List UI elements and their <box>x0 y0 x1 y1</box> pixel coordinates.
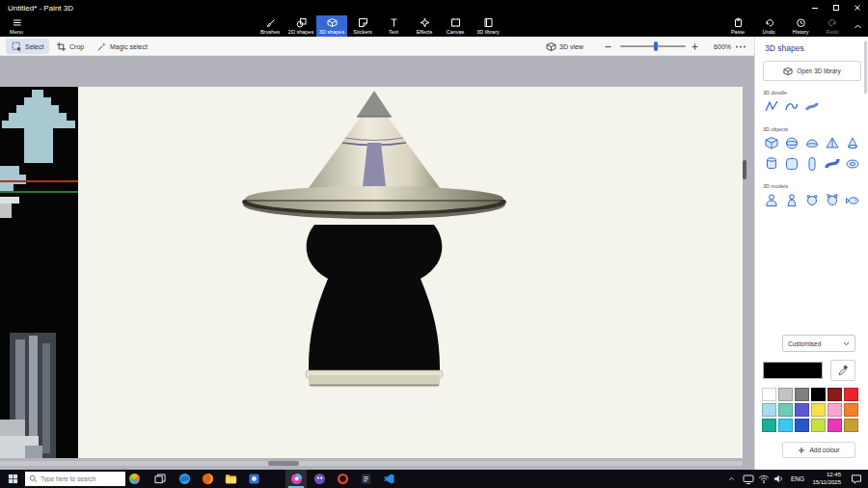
taskbar-app-notepad[interactable] <box>355 470 376 488</box>
search-highlights-icon[interactable] <box>129 474 140 484</box>
open-3d-library-button[interactable]: Open 3D library <box>763 61 861 81</box>
tray-icon-wifi[interactable] <box>756 470 772 488</box>
tool-stickers[interactable]: Stickers <box>347 15 378 37</box>
zoom-out-button[interactable] <box>604 37 612 56</box>
plus-icon <box>691 42 699 51</box>
tool-effects[interactable]: Effects <box>409 15 440 37</box>
tool-brushes[interactable]: Brushes <box>255 15 285 37</box>
tool-text[interactable]: Text <box>378 15 409 37</box>
3d-view-toggle[interactable]: 3D view <box>546 37 583 56</box>
woman-icon[interactable] <box>783 192 800 208</box>
tray-icon-volume[interactable] <box>772 470 787 488</box>
colour-swatch[interactable] <box>778 403 793 417</box>
customised-dropdown[interactable]: Customised <box>782 335 855 352</box>
hidden-icons-chevron[interactable] <box>723 470 739 488</box>
window-title: Untitled* - Paint 3D <box>0 4 73 13</box>
taskbar-app-file-explorer[interactable] <box>220 470 241 488</box>
drawing-canvas[interactable] <box>78 87 743 458</box>
language-indicator[interactable]: ENG <box>789 470 806 488</box>
colour-swatch[interactable] <box>844 403 858 417</box>
colour-swatch[interactable] <box>795 419 809 432</box>
taskbar-app-opera[interactable] <box>332 470 353 488</box>
rounded-cube-icon[interactable] <box>783 155 800 172</box>
colour-swatch[interactable] <box>827 388 842 401</box>
tool-3d-shapes[interactable]: 3D shapes <box>316 15 347 37</box>
zoom-slider-track[interactable] <box>620 45 686 47</box>
colour-swatch[interactable] <box>778 419 793 432</box>
tool-3d-library[interactable]: 3D library <box>471 15 505 37</box>
paint-3d-icon <box>290 473 303 485</box>
undo-button[interactable]: Undo <box>754 15 783 37</box>
maximize-button[interactable] <box>826 0 847 15</box>
horizontal-scrollbar[interactable] <box>0 461 743 466</box>
cat-icon[interactable] <box>824 192 840 208</box>
tube-brush-doodle-icon[interactable] <box>803 98 820 115</box>
magic-wand-icon <box>96 41 107 52</box>
select-button[interactable]: Select <box>6 39 49 54</box>
taskbar-app-paint-3d[interactable] <box>285 470 307 488</box>
crop-button[interactable]: Crop <box>56 37 84 56</box>
colour-swatch[interactable] <box>827 403 842 417</box>
cube-icon[interactable] <box>763 135 779 151</box>
cylinder-icon[interactable] <box>763 155 779 172</box>
capsule-icon[interactable] <box>803 155 820 172</box>
colour-swatch[interactable] <box>795 403 809 417</box>
colour-swatch[interactable] <box>827 419 842 432</box>
canvas-pixel-art-region[interactable] <box>0 87 78 458</box>
zoom-slider-thumb[interactable] <box>654 41 658 51</box>
taskbar-search-box[interactable] <box>25 472 125 486</box>
add-colour-button[interactable]: Add colour <box>782 442 855 458</box>
curved-tube-icon[interactable] <box>824 155 840 172</box>
menu-button[interactable]: Menu <box>0 15 33 37</box>
task-view-button[interactable] <box>150 470 170 488</box>
taskbar-app-gimp[interactable] <box>309 470 330 488</box>
colour-swatch[interactable] <box>811 403 826 417</box>
colour-swatch[interactable] <box>762 419 776 432</box>
search-input[interactable] <box>41 475 118 482</box>
sharp-edge-doodle-icon[interactable] <box>763 98 779 115</box>
eyedropper-button[interactable] <box>830 360 855 381</box>
horizontal-scrollbar-thumb[interactable] <box>268 461 299 466</box>
vertical-scrollbar-thumb[interactable] <box>743 160 746 179</box>
minimize-button[interactable] <box>804 0 826 15</box>
cone-icon[interactable] <box>844 135 860 151</box>
soft-edge-doodle-icon[interactable] <box>783 98 800 115</box>
window-controls <box>804 0 868 15</box>
redo-button[interactable]: Redo <box>818 15 847 37</box>
3d-model-object[interactable] <box>78 87 743 458</box>
magic-select-button[interactable]: Magic select <box>96 37 148 56</box>
collapse-ribbon-button[interactable] <box>849 15 866 37</box>
history-button[interactable]: History <box>785 15 816 37</box>
pyramid-icon[interactable] <box>824 135 840 151</box>
start-button[interactable] <box>0 470 25 488</box>
tool-2d-shapes[interactable]: 2D shapes <box>285 15 316 37</box>
action-center-button[interactable] <box>847 470 866 488</box>
more-options-button[interactable] <box>735 37 746 56</box>
close-button[interactable] <box>847 0 868 15</box>
tray-icon-display[interactable] <box>741 470 756 488</box>
tool-canvas[interactable]: Canvas <box>440 15 471 37</box>
hemisphere-icon[interactable] <box>803 135 820 151</box>
man-icon[interactable] <box>763 192 779 208</box>
colour-swatch[interactable] <box>811 388 826 401</box>
selected-colour-swatch[interactable] <box>763 362 823 379</box>
taskbar-app-vscode[interactable] <box>378 470 399 488</box>
zoom-in-button[interactable] <box>691 37 699 56</box>
paste-button[interactable]: Paste <box>723 15 752 37</box>
taskbar-app-firefox[interactable] <box>197 470 218 488</box>
colour-swatch[interactable] <box>795 388 809 401</box>
taskbar-app-photos[interactable] <box>243 470 264 488</box>
doughnut-icon[interactable] <box>844 155 860 172</box>
taskbar-app-edge[interactable] <box>174 470 195 488</box>
colour-swatch[interactable] <box>778 388 793 401</box>
taskbar-clock[interactable]: 12:45 15/11/2025 <box>806 472 841 486</box>
colour-swatch[interactable] <box>844 419 858 432</box>
colour-swatch[interactable] <box>844 388 858 401</box>
fish-icon[interactable] <box>844 192 860 208</box>
colour-swatch[interactable] <box>811 419 826 432</box>
colour-swatch[interactable] <box>762 388 776 401</box>
dog-icon[interactable] <box>803 192 820 208</box>
colour-swatch[interactable] <box>762 403 776 417</box>
panel-scrollbar-thumb[interactable] <box>864 41 867 94</box>
sphere-icon[interactable] <box>783 135 800 151</box>
